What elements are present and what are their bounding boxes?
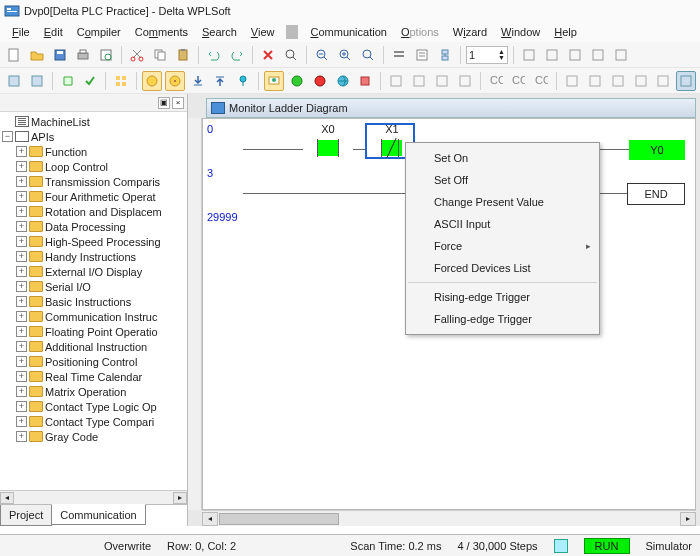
tb-zoomin-icon[interactable]	[335, 45, 355, 65]
tb-gen4-icon[interactable]	[588, 45, 608, 65]
tree-item[interactable]: +Rotation and Displacem	[2, 204, 187, 219]
tb2-check-icon[interactable]	[80, 71, 100, 91]
expand-icon[interactable]: +	[16, 191, 27, 202]
tab-project[interactable]: Project	[0, 505, 52, 526]
tb-print-icon[interactable]	[73, 45, 93, 65]
side-close-icon[interactable]: ×	[172, 97, 184, 109]
tb2-compile-icon[interactable]	[58, 71, 78, 91]
tb-zoomfit-icon[interactable]	[358, 45, 378, 65]
tb-sfc-icon[interactable]	[435, 45, 455, 65]
ctx-forced-list[interactable]: Forced Devices List	[406, 257, 599, 279]
tree-item[interactable]: +High-Speed Processing	[2, 234, 187, 249]
side-min-icon[interactable]: ▣	[158, 97, 170, 109]
tb2-g4-icon[interactable]	[455, 71, 475, 91]
tb2-earth-icon[interactable]	[333, 71, 353, 91]
tab-communication[interactable]: Communication	[51, 504, 145, 525]
tb-new-icon[interactable]	[4, 45, 24, 65]
tb-il-icon[interactable]	[412, 45, 432, 65]
tb2-code2-icon[interactable]: CODE	[508, 71, 528, 91]
ctx-falling-trigger[interactable]: Falling-edge Trigger	[406, 308, 599, 330]
tb-gen2-icon[interactable]	[542, 45, 562, 65]
expand-icon[interactable]: +	[16, 176, 27, 187]
tree-item[interactable]: +Loop Control	[2, 159, 187, 174]
tb-find-icon[interactable]	[281, 45, 301, 65]
tree-item[interactable]: +Floating Point Operatio	[2, 324, 187, 339]
tree-item[interactable]: +Matrix Operation	[2, 384, 187, 399]
expand-icon[interactable]: +	[16, 146, 27, 157]
tree-item[interactable]: +External I/O Display	[2, 264, 187, 279]
tb-undo-icon[interactable]	[204, 45, 224, 65]
tb2-upload-icon[interactable]	[211, 71, 231, 91]
tb2-a-icon[interactable]	[4, 71, 24, 91]
scroll-right-icon[interactable]: ▸	[173, 492, 187, 504]
tb-delete-icon[interactable]	[258, 45, 278, 65]
tb2-t3-icon[interactable]	[608, 71, 628, 91]
tree-item[interactable]: +Function	[2, 144, 187, 159]
scroll-left-icon[interactable]: ◂	[0, 492, 14, 504]
end-block[interactable]: END	[627, 183, 685, 205]
expand-icon[interactable]: +	[16, 236, 27, 247]
expand-icon[interactable]: +	[16, 206, 27, 217]
ctx-change-value[interactable]: Change Present Value	[406, 191, 599, 213]
menu-search[interactable]: Search	[196, 24, 243, 40]
tb2-pin-icon[interactable]	[233, 71, 253, 91]
expand-icon[interactable]: +	[16, 341, 27, 352]
menu-compiler[interactable]: Compiler	[71, 24, 127, 40]
tree-item[interactable]: +Transmission Comparis	[2, 174, 187, 189]
ctx-set-on[interactable]: Set On	[406, 147, 599, 169]
tree-item[interactable]: +Communication Instruc	[2, 309, 187, 324]
expand-icon[interactable]: +	[16, 296, 27, 307]
tree-item[interactable]: +Contact Type Compari	[2, 414, 187, 429]
run-button[interactable]: RUN	[584, 538, 630, 554]
expand-icon[interactable]: +	[16, 371, 27, 382]
tree-item[interactable]: +Handy Instructions	[2, 249, 187, 264]
menu-communication[interactable]: Communication	[304, 24, 392, 40]
expand-icon[interactable]: +	[16, 326, 27, 337]
tree-item[interactable]: +Gray Code	[2, 429, 187, 444]
expand-icon[interactable]: +	[16, 266, 27, 277]
sidebar-hscroll[interactable]: ◂ ▸	[0, 490, 187, 504]
expand-icon[interactable]: +	[16, 281, 27, 292]
tb-gen5-icon[interactable]	[611, 45, 631, 65]
tb-preview-icon[interactable]	[96, 45, 116, 65]
tb2-t1-icon[interactable]	[562, 71, 582, 91]
tb2-grid-icon[interactable]	[111, 71, 131, 91]
tb2-sim1-icon[interactable]	[142, 71, 162, 91]
tb2-t5-icon[interactable]	[653, 71, 673, 91]
tree-item[interactable]: +Basic Instructions	[2, 294, 187, 309]
canvas-scroll-thumb[interactable]	[219, 513, 339, 525]
tb-redo-icon[interactable]	[227, 45, 247, 65]
tree-item[interactable]: +Positioning Control	[2, 354, 187, 369]
sidebar-tree[interactable]: MachineList −APIs +Function+Loop Control…	[0, 112, 187, 490]
tree-item[interactable]: +Additional Instruction	[2, 339, 187, 354]
ctx-rising-trigger[interactable]: Rising-edge Trigger	[406, 286, 599, 308]
ctx-force[interactable]: Force	[406, 235, 599, 257]
menu-options[interactable]: Options	[395, 24, 445, 40]
canvas-scroll-left-icon[interactable]: ◂	[202, 512, 218, 526]
tb-save-icon[interactable]	[50, 45, 70, 65]
expand-icon[interactable]: +	[16, 356, 27, 367]
canvas-scroll-right-icon[interactable]: ▸	[680, 512, 696, 526]
tree-machinelist[interactable]: MachineList	[2, 114, 187, 129]
expand-icon[interactable]: +	[16, 311, 27, 322]
tb2-stop-icon[interactable]	[310, 71, 330, 91]
menu-window[interactable]: Window	[495, 24, 546, 40]
tb-copy-icon[interactable]	[150, 45, 170, 65]
tree-item[interactable]: +Real Time Calendar	[2, 369, 187, 384]
menu-comments[interactable]: Comments	[129, 24, 194, 40]
tb2-run-icon[interactable]	[287, 71, 307, 91]
tb-open-icon[interactable]	[27, 45, 47, 65]
menu-edit[interactable]: Edit	[38, 24, 69, 40]
tree-apis[interactable]: −APIs	[2, 129, 187, 144]
ctx-set-off[interactable]: Set Off	[406, 169, 599, 191]
tb2-code1-icon[interactable]: CODE	[486, 71, 506, 91]
tb2-download-icon[interactable]	[188, 71, 208, 91]
tb2-t2-icon[interactable]	[585, 71, 605, 91]
tree-item[interactable]: +Contact Type Logic Op	[2, 399, 187, 414]
tb2-t4-icon[interactable]	[631, 71, 651, 91]
tree-item[interactable]: +Four Arithmetic Operat	[2, 189, 187, 204]
expand-icon[interactable]: +	[16, 386, 27, 397]
tb2-sim2-icon[interactable]	[165, 71, 185, 91]
expand-icon[interactable]: +	[16, 221, 27, 232]
tb2-t6-icon[interactable]	[676, 71, 696, 91]
